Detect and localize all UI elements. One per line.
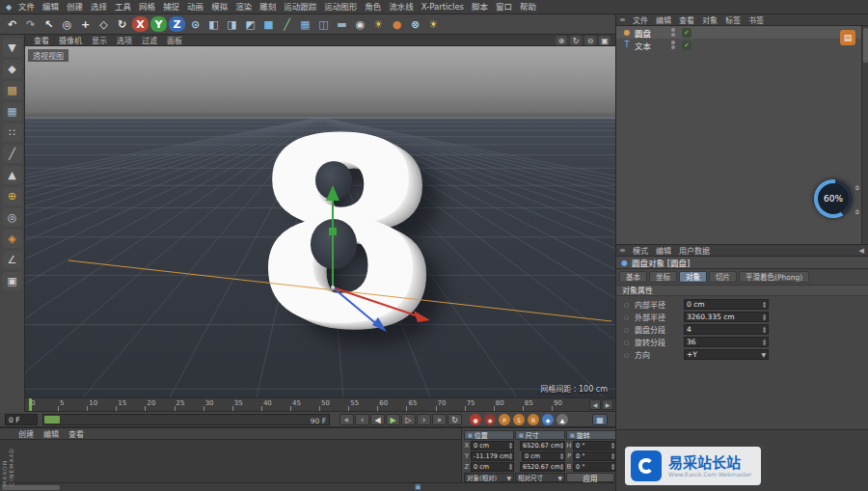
current-frame-field[interactable]: 0 F	[5, 414, 38, 425]
viewport-canvas[interactable]: 8 透视视图 网格间距 : 100 cm	[25, 46, 615, 397]
attribute-field[interactable]: 3260.335 cm ▲▼ ▼	[684, 312, 769, 322]
subdivision-surface-icon[interactable]: ▦	[297, 16, 313, 32]
panel-menu-icon[interactable]: ≡	[619, 246, 629, 255]
range-start-handle[interactable]	[44, 416, 60, 423]
keyframe-dot-icon[interactable]: ○	[624, 351, 632, 358]
render-settings-icon[interactable]: ◩	[242, 16, 258, 32]
menubar-item[interactable]: 选择	[87, 0, 111, 14]
menubar-item[interactable]: 窗口	[492, 0, 516, 14]
menubar-item[interactable]: 雕刻	[256, 0, 280, 14]
position-mode-dropdown[interactable]: 对象(相对)▼	[464, 473, 514, 482]
docked-panel-icon[interactable]: ▤	[840, 30, 855, 45]
coordinate-system-icon[interactable]: ⊙	[187, 16, 203, 32]
object-manager-menu-item[interactable]: 编辑	[652, 14, 675, 25]
preview-range-slider[interactable]: 90 F	[42, 414, 330, 425]
edges-mode-icon[interactable]: ╱	[3, 145, 22, 163]
object-manager-menu-item[interactable]: 对象	[698, 14, 721, 25]
menubar-item[interactable]: X-Particles	[418, 0, 468, 14]
y-axis-button[interactable]: Y	[150, 16, 167, 32]
menubar-item[interactable]: 流水线	[385, 0, 418, 14]
coordinate-field[interactable]: 0 °▲▼	[573, 462, 616, 472]
z-axis-button[interactable]: Z	[169, 16, 185, 32]
texture-mode-icon[interactable]: ▩	[3, 81, 22, 99]
attribute-tab[interactable]: 切片	[709, 271, 737, 283]
viewport-menu-item[interactable]: 显示	[87, 35, 112, 45]
attribute-menu-item[interactable]: 用户数据	[675, 245, 714, 256]
apply-button[interactable]: 应用	[566, 473, 614, 482]
goto-end-button[interactable]: »	[432, 414, 447, 425]
keyframe-dot-icon[interactable]: ○	[624, 339, 632, 345]
play-button[interactable]: ▶	[386, 414, 400, 425]
spinner-icon[interactable]: ▲▼	[560, 463, 563, 471]
undo-icon[interactable]: ↶	[4, 16, 20, 32]
keyframe-pla-toggle[interactable]: ▲	[556, 414, 568, 425]
attribute-tab[interactable]: 对象	[679, 271, 707, 283]
spinner-icon[interactable]: ▲▼	[611, 452, 614, 460]
menubar-item[interactable]: 脚本	[468, 0, 492, 14]
viewport-menu-item[interactable]: 过滤	[137, 35, 162, 45]
spinner-icon[interactable]: ▲▼	[509, 452, 512, 460]
spinner-icon[interactable]: ▲▼	[560, 442, 563, 450]
attribute-field[interactable]: 4 ▲▼ ▼	[684, 324, 769, 335]
x-axis-button[interactable]: X	[132, 16, 149, 32]
attribute-tab[interactable]: 平滑着色(Phong)	[739, 271, 809, 283]
menubar-item[interactable]: 创建	[63, 0, 87, 14]
snap-magnet-icon[interactable]: ◈	[3, 230, 22, 248]
redo-icon[interactable]: ↷	[22, 16, 39, 32]
material-icon[interactable]: ●	[389, 16, 405, 32]
spinner-icon[interactable]: ▲▼	[560, 452, 563, 460]
selection-arrow-icon[interactable]: ↖	[41, 16, 57, 32]
keyframe-dot-icon[interactable]: ○	[624, 314, 632, 320]
x-axis-arrow[interactable]	[333, 287, 419, 316]
coordinate-field[interactable]: 0 cm▲▼	[471, 441, 514, 450]
menubar-item[interactable]: 渲染	[231, 0, 256, 14]
keyframe-dot-icon[interactable]: ○	[624, 326, 632, 333]
y-axis-arrowhead[interactable]	[326, 185, 339, 201]
autokey-button[interactable]: ◉	[484, 414, 496, 425]
pan-view-icon[interactable]: ⊕	[556, 36, 567, 45]
live-selection-icon[interactable]: ◎	[59, 16, 75, 32]
attribute-tab[interactable]: 基本	[619, 271, 647, 283]
orbit-view-icon[interactable]: ↻	[570, 36, 582, 45]
coordinate-field[interactable]: 6520.67 cm▲▼	[520, 441, 565, 450]
object-row[interactable]: ● 圆盘 ✓	[616, 26, 861, 39]
next-frame-button[interactable]: ▷	[401, 414, 416, 425]
object-name[interactable]: 文本	[635, 40, 651, 51]
attribute-tab[interactable]: 坐标	[649, 271, 677, 283]
menubar-item[interactable]: 角色	[361, 0, 385, 14]
viewport-menu-item[interactable]: 查看	[29, 35, 54, 45]
loop-button[interactable]: ↻	[448, 414, 462, 425]
attribute-menu-item[interactable]: 编辑	[652, 245, 675, 256]
lamp-icon[interactable]: ☀	[425, 16, 442, 32]
z-axis-arrow[interactable]	[333, 287, 379, 326]
scroll-left-icon[interactable]: ◀	[589, 399, 601, 410]
menubar-item[interactable]: 运动跟踪	[280, 0, 320, 14]
timeline-ruler[interactable]: 051015202530354045505560657075808590 ◀ ▶	[25, 397, 615, 412]
x-axis-arrowhead[interactable]	[414, 311, 430, 322]
render-picture-viewer-icon[interactable]: ◨	[224, 16, 240, 32]
prev-frame-button[interactable]: ◀	[370, 414, 385, 425]
workplane-snap-icon[interactable]: ∠	[3, 251, 22, 269]
coordinate-field[interactable]: 0 cm▲▼	[522, 451, 565, 461]
spinner-icon[interactable]: ▲▼	[763, 301, 766, 309]
camera-icon[interactable]: ◉	[352, 16, 368, 32]
points-mode-icon[interactable]: ∷	[3, 123, 22, 142]
spinner-icon[interactable]: ▲▼	[763, 314, 766, 321]
enable-check-tag[interactable]: ✓	[682, 41, 692, 50]
keyframe-dot-icon[interactable]: ○	[624, 301, 632, 308]
prev-key-button[interactable]: ‹	[355, 414, 369, 425]
enable-axis-icon[interactable]: ⊕	[3, 187, 22, 205]
visibility-toggles[interactable]	[671, 28, 675, 37]
enable-check-tag[interactable]: ✓	[682, 28, 692, 38]
visibility-toggles[interactable]	[671, 41, 675, 49]
object-manager-menu-item[interactable]: 标签	[721, 14, 745, 25]
coordinate-field[interactable]: 6520.67 cm▲▼	[520, 462, 565, 472]
attribute-field[interactable]: 36 ▲▼ ▼	[684, 337, 769, 347]
workplane-mode-icon[interactable]: ▦	[3, 102, 22, 121]
dropdown-icon[interactable]: ▼	[761, 351, 766, 358]
material-menu-item[interactable]: 查看	[64, 428, 89, 439]
floor-icon[interactable]: ▬	[334, 16, 350, 32]
model-mode-icon[interactable]: ◆	[3, 60, 22, 78]
polygons-mode-icon[interactable]: ▲	[3, 166, 22, 184]
modeling-settings-icon[interactable]: ▣	[3, 272, 22, 290]
